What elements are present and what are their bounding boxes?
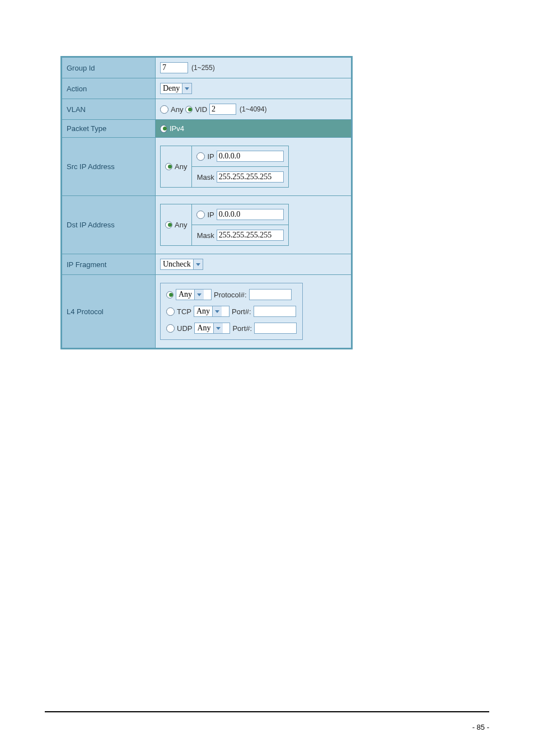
dst-ip-any-radio[interactable]	[165, 221, 172, 228]
l4-udp-radio[interactable]	[166, 324, 175, 333]
label-dst-ip: Dst IP Address	[62, 196, 156, 254]
l4-tcp-port-input[interactable]	[254, 306, 296, 317]
src-ip-input[interactable]	[217, 151, 284, 162]
chevron-down-icon	[182, 83, 191, 94]
vlan-vid-label: VID	[195, 105, 207, 114]
l4-proto-input[interactable]	[249, 289, 292, 300]
label-packet-type: Packet Type	[62, 120, 156, 138]
chevron-down-icon	[212, 306, 222, 316]
ip-fragment-select-value: Uncheck	[163, 260, 191, 269]
l4-tcp-label: TCP	[177, 307, 191, 316]
dst-ip-input[interactable]	[217, 209, 284, 220]
vlan-any-label: Any	[171, 105, 183, 114]
vlan-any-radio[interactable]	[160, 105, 168, 114]
label-group-id: Group Id	[62, 58, 156, 78]
packet-type-ipv4-label: IPv4	[170, 124, 184, 133]
label-l4-protocol: L4 Protocol	[62, 275, 156, 348]
l4-proto-select[interactable]: Any	[176, 289, 212, 300]
l4-udp-port-input[interactable]	[254, 323, 297, 334]
src-ip-any-radio[interactable]	[165, 163, 172, 170]
group-id-hint: (1~255)	[191, 64, 215, 72]
l4-proto-select-value: Any	[179, 290, 192, 299]
l4-udp-port-label: Port#:	[232, 324, 252, 333]
vlan-vid-input[interactable]	[209, 104, 236, 115]
action-select-value: Deny	[163, 84, 180, 93]
vlan-hint: (1~4094)	[240, 105, 266, 113]
label-action: Action	[62, 78, 156, 99]
action-select[interactable]: Deny	[160, 83, 192, 94]
l4-proto-radio[interactable]	[166, 291, 174, 298]
acl-form: Group Id (1~255) Action Deny	[60, 56, 353, 349]
dst-ip-any-label: Any	[175, 221, 187, 229]
dst-ip-box: Any IP	[160, 204, 289, 246]
l4-proto-field-label: Protocol#:	[214, 291, 247, 299]
l4-tcp-select-value: Any	[196, 307, 210, 316]
page-number: - 85 -	[472, 723, 489, 731]
src-ip-ip-label: IP	[207, 152, 214, 161]
packet-type-ipv4-radio[interactable]	[160, 125, 167, 133]
src-ip-ip-radio[interactable]	[196, 152, 205, 161]
chevron-down-icon	[193, 259, 203, 269]
label-ip-fragment: IP Fragment	[62, 254, 156, 275]
src-ip-mask-input[interactable]	[217, 171, 284, 183]
footer-divider	[45, 711, 489, 712]
src-ip-mask-label: Mask	[197, 173, 214, 181]
ip-fragment-select[interactable]: Uncheck	[160, 259, 203, 270]
l4-tcp-radio[interactable]	[166, 307, 175, 316]
chevron-down-icon	[213, 323, 223, 333]
l4-tcp-port-label: Port#:	[232, 307, 251, 316]
src-ip-box: Any IP	[160, 146, 289, 188]
l4-udp-select-value: Any	[197, 324, 210, 333]
l4-tcp-select[interactable]: Any	[194, 306, 229, 317]
src-ip-any-label: Any	[175, 162, 187, 171]
dst-ip-mask-label: Mask	[197, 231, 214, 240]
l4-udp-label: UDP	[177, 324, 192, 333]
dst-ip-ip-radio[interactable]	[196, 211, 205, 219]
dst-ip-mask-input[interactable]	[217, 230, 284, 241]
dst-ip-ip-label: IP	[207, 211, 214, 219]
vlan-vid-radio[interactable]	[185, 106, 193, 113]
label-src-ip: Src IP Address	[62, 138, 156, 196]
label-vlan: VLAN	[62, 99, 156, 120]
l4-udp-select[interactable]: Any	[194, 323, 230, 334]
group-id-input[interactable]	[160, 62, 188, 73]
chevron-down-icon	[194, 290, 204, 300]
